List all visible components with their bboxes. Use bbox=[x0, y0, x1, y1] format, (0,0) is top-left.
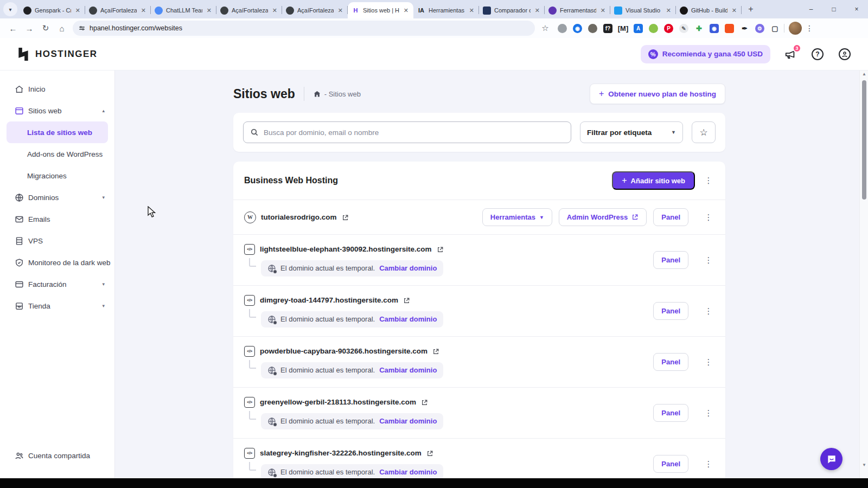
maximize-icon[interactable]: □ bbox=[822, 0, 845, 18]
magnifier-extension-icon[interactable] bbox=[588, 24, 597, 33]
live-chat-button[interactable] bbox=[820, 448, 843, 470]
website-kebab-menu-icon[interactable]: ⋮ bbox=[703, 357, 714, 367]
external-link-icon[interactable] bbox=[421, 399, 428, 406]
sidebar-item-add-ons-de-wordpress[interactable]: Add-ons de WordPress bbox=[0, 143, 114, 165]
browser-tab-11[interactable]: GitHub - Build✕ bbox=[676, 2, 742, 18]
account-button[interactable] bbox=[838, 47, 852, 61]
external-link-icon[interactable] bbox=[426, 450, 433, 457]
purple-gear-extension-icon[interactable]: ⚙ bbox=[755, 24, 764, 33]
back-icon[interactable]: ← bbox=[5, 21, 21, 36]
panel-button[interactable]: Panel bbox=[653, 208, 688, 226]
sidebar-item-dominios[interactable]: Dominios▾ bbox=[0, 187, 114, 208]
sidebar-item-facturaci-n[interactable]: Facturación▾ bbox=[0, 273, 114, 295]
notifications-megaphone-icon[interactable]: 3 bbox=[783, 47, 797, 61]
browser-tab-6[interactable]: HSitios web | Ho✕ bbox=[348, 2, 413, 18]
change-domain-link[interactable]: Cambiar dominio bbox=[379, 366, 437, 374]
tab-close-icon[interactable]: ✕ bbox=[468, 7, 475, 14]
panel-button[interactable]: Panel bbox=[653, 251, 688, 269]
sidebar-item-cuenta-compartida[interactable]: Cuenta compartida bbox=[0, 445, 114, 466]
add-website-button[interactable]: + Añadir sitio web bbox=[612, 171, 695, 190]
sidebar-item-monitoreo-de-la-dark-web[interactable]: Monitoreo de la dark web bbox=[0, 252, 114, 273]
forward-icon[interactable]: → bbox=[22, 21, 37, 36]
browser-tab-10[interactable]: Visual Studio C✕ bbox=[610, 2, 676, 18]
scrollbar-thumb[interactable] bbox=[862, 80, 866, 200]
change-domain-link[interactable]: Cambiar dominio bbox=[379, 417, 437, 425]
green-plus-extension-icon[interactable]: ✚ bbox=[694, 24, 704, 33]
pencil-circle-extension-icon[interactable]: ✎ bbox=[679, 24, 688, 33]
translate-extension-icon[interactable]: A bbox=[634, 24, 643, 33]
search-box[interactable] bbox=[243, 121, 571, 143]
sidebar-item-inicio[interactable]: Inicio bbox=[0, 78, 114, 100]
browser-tab-2[interactable]: AçaíFortaleza -✕ bbox=[85, 2, 151, 18]
admin-wordpress-button[interactable]: Admin WordPress bbox=[559, 208, 647, 226]
panel-button[interactable]: Panel bbox=[653, 404, 688, 422]
search-input[interactable] bbox=[264, 129, 564, 137]
website-kebab-menu-icon[interactable]: ⋮ bbox=[703, 255, 714, 265]
browser-tab-5[interactable]: AçaíFortaleza -✕ bbox=[282, 2, 348, 18]
plan-kebab-menu-icon[interactable]: ⋮ bbox=[703, 176, 714, 185]
blue-square-extension-icon[interactable]: ◉ bbox=[710, 24, 719, 33]
close-icon[interactable]: × bbox=[845, 0, 868, 18]
browser-menu-icon[interactable]: ⋮ bbox=[803, 24, 816, 33]
scroll-up-icon[interactable]: ▲ bbox=[860, 72, 868, 76]
favorites-filter-button[interactable]: ☆ bbox=[692, 121, 716, 143]
sidebar-item-tienda[interactable]: Tienda▾ bbox=[0, 295, 114, 317]
external-link-icon[interactable] bbox=[432, 348, 439, 355]
change-domain-link[interactable]: Cambiar dominio bbox=[379, 264, 437, 272]
reload-icon[interactable]: ↻ bbox=[38, 21, 53, 36]
browser-tab-8[interactable]: Comparador d✕ bbox=[479, 2, 545, 18]
tab-close-icon[interactable]: ✕ bbox=[337, 7, 344, 14]
sidebar-item-sitios-web[interactable]: Sitios web▴ bbox=[0, 100, 114, 121]
panel-button[interactable]: Panel bbox=[653, 353, 688, 371]
sidebar-item-vps[interactable]: VPS bbox=[0, 230, 114, 252]
sidebar-item-migraciones[interactable]: Migraciones bbox=[0, 165, 114, 187]
tab-close-icon[interactable]: ✕ bbox=[206, 7, 213, 14]
tab-close-icon[interactable]: ✕ bbox=[403, 7, 410, 14]
referral-promo-button[interactable]: % Recomienda y gana 450 USD bbox=[641, 45, 770, 63]
camera-extension-icon[interactable] bbox=[558, 24, 567, 33]
dropper-extension-icon[interactable]: ✒ bbox=[740, 24, 749, 33]
change-domain-link[interactable]: Cambiar dominio bbox=[379, 315, 437, 323]
url-bar[interactable]: hpanel.hostinger.com/websites bbox=[73, 21, 535, 36]
browser-tab-7[interactable]: IAHerramientas I✕ bbox=[413, 2, 479, 18]
tab-close-icon[interactable]: ✕ bbox=[599, 7, 607, 14]
website-kebab-menu-icon[interactable]: ⋮ bbox=[703, 459, 714, 469]
new-tab-button[interactable]: + bbox=[744, 2, 758, 16]
website-kebab-menu-icon[interactable]: ⋮ bbox=[703, 213, 714, 222]
external-link-icon[interactable] bbox=[342, 214, 349, 221]
orange-square-extension-icon[interactable] bbox=[725, 24, 734, 33]
tab-close-icon[interactable]: ✕ bbox=[731, 7, 738, 14]
external-link-icon[interactable] bbox=[403, 297, 410, 304]
hostinger-logo[interactable]: HOSTINGER bbox=[16, 47, 98, 61]
green-fly-extension-icon[interactable] bbox=[649, 24, 658, 33]
minimize-icon[interactable]: – bbox=[800, 0, 822, 18]
help-button[interactable]: ? bbox=[810, 47, 825, 61]
get-new-hosting-plan-button[interactable]: + Obtener nuevo plan de hosting bbox=[590, 84, 725, 104]
browser-tab-4[interactable]: AçaíFortaleza -✕ bbox=[216, 2, 282, 18]
external-link-icon[interactable] bbox=[437, 246, 444, 253]
tab-close-icon[interactable]: ✕ bbox=[271, 7, 278, 14]
change-domain-link[interactable]: Cambiar dominio bbox=[379, 468, 437, 476]
sidebar-item-emails[interactable]: Emails bbox=[0, 208, 114, 230]
browser-tab-1[interactable]: Genspark - Cri✕ bbox=[20, 2, 85, 18]
browser-profile-avatar[interactable] bbox=[789, 22, 802, 35]
scroll-down-icon[interactable]: ▼ bbox=[860, 463, 868, 467]
website-kebab-menu-icon[interactable]: ⋮ bbox=[703, 408, 714, 418]
m-brackets-extension-icon[interactable]: [M] bbox=[618, 24, 628, 33]
sidebar-item-lista-de-sitios-web[interactable]: Lista de sitios web bbox=[7, 121, 108, 143]
tools-dropdown-button[interactable]: Herramientas▼ bbox=[482, 208, 552, 226]
home-icon[interactable]: ⌂ bbox=[54, 21, 69, 36]
tab-close-icon[interactable]: ✕ bbox=[140, 7, 147, 14]
tab-close-icon[interactable]: ✕ bbox=[665, 7, 672, 14]
breadcrumb-home-icon[interactable] bbox=[313, 90, 321, 98]
website-kebab-menu-icon[interactable]: ⋮ bbox=[703, 306, 714, 316]
browser-tab-9[interactable]: Ferramentasde✕ bbox=[545, 2, 610, 18]
blue-circle-extension-icon[interactable]: ◉ bbox=[573, 24, 582, 33]
panel-button[interactable]: Panel bbox=[653, 302, 688, 320]
f-square-extension-icon[interactable]: f? bbox=[603, 24, 612, 33]
page-scrollbar[interactable]: ▲ ▼ bbox=[859, 70, 868, 478]
pinterest-extension-icon[interactable]: P bbox=[664, 24, 673, 33]
bookmark-star-icon[interactable]: ☆ bbox=[538, 21, 552, 35]
tab-close-icon[interactable]: ✕ bbox=[534, 7, 541, 14]
filter-by-tag-dropdown[interactable]: Filtrar por etiqueta ▼ bbox=[580, 121, 683, 143]
